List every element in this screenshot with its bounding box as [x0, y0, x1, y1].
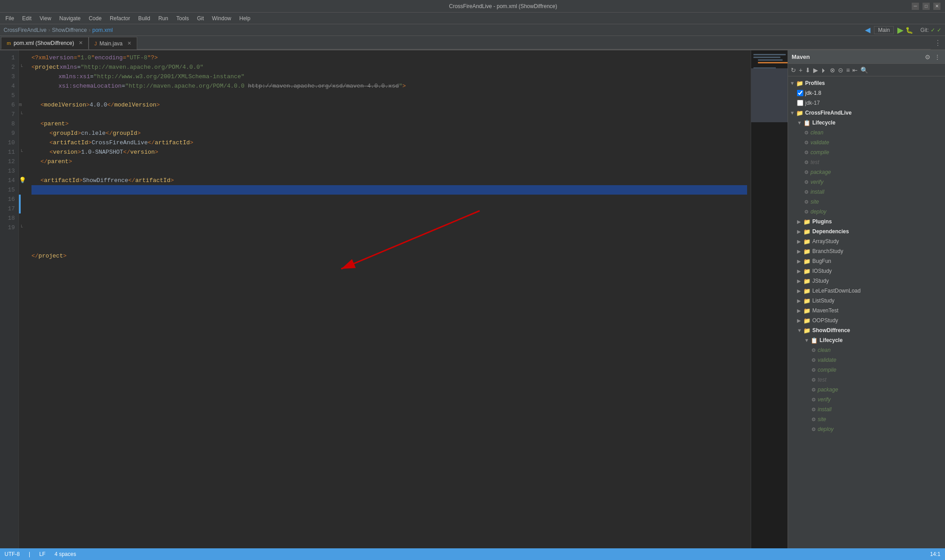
- lc-deploy[interactable]: ⚙ deploy: [788, 207, 945, 217]
- sd-lc-package[interactable]: ⚙ package: [788, 385, 945, 395]
- maven-add-button[interactable]: +: [798, 66, 803, 75]
- status-indent: 4 spaces: [54, 551, 76, 557]
- menu-help[interactable]: Help: [236, 14, 254, 22]
- minimize-button[interactable]: ─: [912, 3, 919, 10]
- module-branchStudy[interactable]: ▶ 📁 BranchStudy: [788, 246, 945, 256]
- menu-code[interactable]: Code: [85, 14, 105, 22]
- tab-pom-xml[interactable]: m pom.xml (ShowDiffrence) ✕: [1, 37, 89, 49]
- maven-run2-button[interactable]: ⏵: [820, 66, 828, 75]
- menu-build[interactable]: Build: [134, 14, 154, 22]
- sd-lc-site[interactable]: ⚙ site: [788, 414, 945, 424]
- menu-run[interactable]: Run: [155, 14, 172, 22]
- sd-lc-install[interactable]: ⚙ install: [788, 404, 945, 414]
- sd-install-label: install: [818, 406, 832, 413]
- tab-bar: m pom.xml (ShowDiffrence) ✕ J Main.java …: [0, 36, 945, 50]
- list-icon: 📁: [803, 298, 811, 304]
- maven-lifecycle-showdiff[interactable]: ▼ 📋 Lifecycle: [788, 335, 945, 345]
- sd-lc-test[interactable]: ⚙ test: [788, 375, 945, 385]
- module-oopstudy[interactable]: ▶ 📁 OOPStudy: [788, 316, 945, 325]
- lc-validate[interactable]: ⚙ validate: [788, 138, 945, 147]
- menu-file[interactable]: File: [2, 14, 18, 22]
- module-liststudy[interactable]: ▶ 📁 ListStudy: [788, 296, 945, 306]
- git-check2-icon: ✓: [937, 27, 941, 33]
- sd-test-label: test: [818, 377, 826, 383]
- sd-lc-compile[interactable]: ⚙ compile: [788, 365, 945, 375]
- maven-refresh-button[interactable]: ↻: [790, 66, 797, 75]
- sd-lc-verify[interactable]: ⚙ verify: [788, 395, 945, 404]
- breadcrumb-project[interactable]: CrossFireAndLive: [4, 27, 46, 33]
- code-line-7: [31, 110, 747, 119]
- window-controls[interactable]: ─ □ ✕: [912, 3, 941, 10]
- lc-verify[interactable]: ⚙ verify: [788, 177, 945, 187]
- maven-crossfire-section[interactable]: ▼ 📁 CrossFireAndLive: [788, 108, 945, 118]
- maven-jdk18-item[interactable]: jdk-1.8: [788, 88, 945, 98]
- code-editor[interactable]: <?xml version="1.0" encoding="UTF-8"?> <…: [28, 50, 751, 548]
- java-tab-close[interactable]: ✕: [127, 40, 131, 46]
- maven-skip-button[interactable]: ⊝: [837, 66, 844, 75]
- menu-edit[interactable]: Edit: [18, 14, 35, 22]
- lc-site[interactable]: ⚙ site: [788, 197, 945, 207]
- module-arrayStudy[interactable]: ▶ 📁 ArrayStudy: [788, 236, 945, 246]
- maven-plugins-section[interactable]: ▶ 📁 Plugins: [788, 217, 945, 227]
- maven-lifecycle-main[interactable]: ▼ 📋 Lifecycle: [788, 118, 945, 128]
- nav-back-icon[interactable]: ◀: [865, 26, 870, 34]
- close-button[interactable]: ✕: [933, 3, 941, 10]
- module-maventest[interactable]: ▶ 📁 MavenTest: [788, 306, 945, 316]
- sd-lc-validate[interactable]: ⚙ validate: [788, 355, 945, 365]
- module-iostudy[interactable]: ▶ 📁 IOStudy: [788, 266, 945, 276]
- lc-clean[interactable]: ⚙ clean: [788, 128, 945, 138]
- run-icon[interactable]: ▶: [897, 25, 904, 35]
- lifecycle-icon: 📋: [803, 120, 811, 126]
- branch-label: BranchStudy: [812, 248, 843, 254]
- code-line-8: <parent>: [31, 119, 747, 129]
- maximize-button[interactable]: □: [923, 3, 930, 10]
- sd-lc-clean[interactable]: ⚙ clean: [788, 345, 945, 355]
- lc-install[interactable]: ⚙ install: [788, 187, 945, 197]
- module-bugfun[interactable]: ▶ 📁 BugFun: [788, 256, 945, 266]
- tab-main-java[interactable]: J Main.java ✕: [89, 37, 137, 49]
- maven-profiles-section[interactable]: ▼ 📁 Profiles: [788, 78, 945, 88]
- lc-package[interactable]: ⚙ package: [788, 167, 945, 177]
- maven-search-button[interactable]: 🔍: [860, 66, 869, 75]
- maven-more-button[interactable]: ⋮: [933, 53, 941, 62]
- run-config-selector[interactable]: Main: [874, 26, 894, 34]
- menu-view[interactable]: View: [36, 14, 55, 22]
- site-gear-icon: ⚙: [804, 199, 809, 205]
- menu-window[interactable]: Window: [208, 14, 235, 22]
- sd-site-gear: ⚙: [811, 417, 816, 422]
- lc-deploy-label: deploy: [811, 209, 826, 215]
- maven-settings-button[interactable]: ⚙: [924, 53, 932, 62]
- maven-stop-button[interactable]: ⊗: [829, 66, 836, 75]
- maven-jdk17-item[interactable]: jdk-17: [788, 98, 945, 108]
- jdk17-checkbox[interactable]: [797, 100, 803, 106]
- lc-compile[interactable]: ⚙ compile: [788, 147, 945, 157]
- breadcrumb-file[interactable]: pom.xml: [92, 27, 112, 33]
- oop-label: OOPStudy: [812, 317, 838, 324]
- menu-navigate[interactable]: Navigate: [56, 14, 84, 22]
- maven-download-button[interactable]: ⬇: [804, 66, 811, 75]
- module-lelefast[interactable]: ▶ 📁 LeLeFastDownLoad: [788, 286, 945, 296]
- jdk18-checkbox[interactable]: [797, 90, 803, 96]
- lc-test[interactable]: ⚙ test: [788, 157, 945, 167]
- maven-run-button[interactable]: ▶: [812, 66, 819, 75]
- sd-lc-deploy[interactable]: ⚙ deploy: [788, 424, 945, 434]
- showdiff-icon: 📁: [803, 327, 811, 334]
- lc-clean-label: clean: [811, 129, 824, 136]
- menu-refactor[interactable]: Refactor: [106, 14, 134, 22]
- pom-tab-close[interactable]: ✕: [79, 40, 83, 46]
- code-line-18: [31, 213, 747, 223]
- menu-git[interactable]: Git: [193, 14, 207, 22]
- maven-filter-button[interactable]: ≡: [845, 66, 851, 75]
- tab-more-button[interactable]: ⋮: [931, 37, 945, 49]
- js-arrow: ▶: [797, 278, 803, 284]
- module-showdiff[interactable]: ▼ 📁 ShowDiffrence: [788, 325, 945, 335]
- deps-label: Dependencies: [812, 228, 849, 235]
- menu-tools[interactable]: Tools: [173, 14, 193, 22]
- debug-icon[interactable]: 🐛: [905, 27, 913, 34]
- breadcrumb-module[interactable]: ShowDiffrence: [52, 27, 87, 33]
- code-line-2: <project xmlns="http://maven.apache.org/…: [31, 62, 747, 72]
- maven-dependencies-section[interactable]: ▶ 📁 Dependencies: [788, 227, 945, 236]
- maven-collapse-button[interactable]: ⇤: [851, 66, 859, 75]
- module-jstudy[interactable]: ▶ 📁 JStudy: [788, 276, 945, 286]
- maven-toolbar[interactable]: ⚙ ⋮: [924, 53, 941, 62]
